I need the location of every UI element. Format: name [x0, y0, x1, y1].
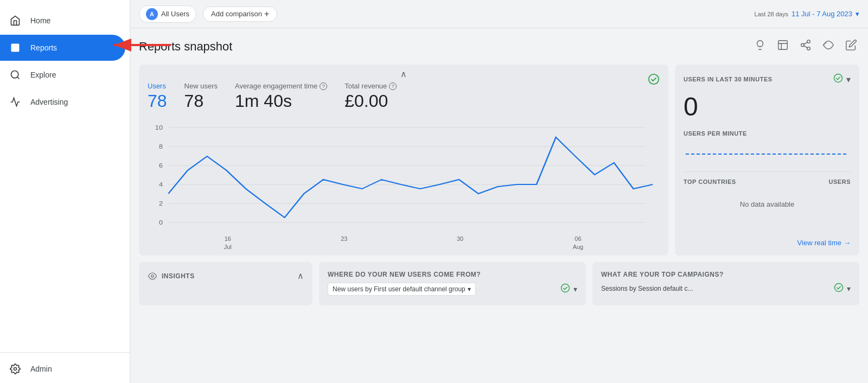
view-realtime-link[interactable]: View real time → [684, 239, 851, 247]
chart-label-16jul: 16Jul [224, 235, 232, 252]
svg-text:8: 8 [159, 144, 163, 149]
compare-icon[interactable] [820, 37, 837, 56]
page-header: Reports snapshot [139, 37, 859, 56]
sidebar-item-reports-label: Reports [30, 43, 57, 52]
sidebar-item-home-label: Home [30, 16, 50, 25]
campaigns-status-chevron[interactable]: ▾ [847, 284, 851, 293]
svg-text:4: 4 [159, 182, 163, 187]
svg-point-6 [807, 40, 810, 43]
new-users-metric: New users 78 [184, 82, 218, 111]
add-comparison-button[interactable]: Add comparison + [203, 7, 277, 22]
new-users-status: ▾ [560, 283, 577, 296]
chart-label-06aug: 06Aug [573, 235, 584, 252]
users-col-label: USERS [829, 178, 851, 185]
sidebar-item-advertising-label: Advertising [30, 98, 68, 106]
chart-label-23: 23 [341, 235, 347, 252]
lightbulb-icon[interactable] [752, 37, 768, 56]
sidebar-item-explore[interactable]: Explore [0, 62, 125, 88]
advertising-icon [9, 95, 22, 108]
top-countries-label: TOP COUNTRIES [684, 178, 736, 185]
realtime-divider [684, 171, 851, 172]
svg-text:0: 0 [159, 220, 163, 225]
avg-engagement-metric: Average engagement time ? 1m 40s [235, 82, 327, 111]
insights-label: Insights [162, 272, 195, 280]
svg-text:6: 6 [159, 163, 163, 168]
sidebar: Home Reports Explore Advertising [0, 0, 130, 383]
date-range-selector[interactable]: 11 Jul - 7 Aug 2023 ▾ [792, 10, 859, 18]
chart-x-labels: 16Jul 23 30 06Aug [148, 233, 660, 252]
date-range-label: Last 28 days [755, 11, 788, 17]
realtime-header: USERS IN LAST 30 MINUTES ▾ [684, 73, 851, 85]
new-users-metric-label: New users [184, 82, 218, 90]
sidebar-item-advertising[interactable]: Advertising [0, 89, 125, 115]
edit-icon[interactable] [843, 37, 859, 56]
line-chart: 10 8 6 4 2 0 [148, 122, 660, 231]
svg-point-26 [151, 275, 154, 277]
admin-gear-icon [9, 362, 22, 375]
sidebar-item-reports[interactable]: Reports [0, 35, 125, 61]
date-range-chevron: ▾ [856, 10, 859, 18]
new-users-check-icon [560, 283, 570, 296]
svg-point-7 [801, 43, 805, 47]
svg-line-3 [17, 77, 20, 79]
add-comparison-label: Add comparison [211, 10, 262, 18]
realtime-check-icon [833, 73, 843, 85]
new-users-dropdown[interactable]: New users by First user default channel … [328, 283, 476, 296]
add-comparison-icon: + [264, 9, 269, 19]
total-revenue-metric: Total revenue ? £0.00 [344, 82, 397, 111]
realtime-chart [684, 143, 851, 165]
dashboard-row: ∧ Users 78 New users [139, 65, 859, 256]
dropdown-chevron-icon: ▾ [468, 285, 471, 293]
realtime-title: USERS IN LAST 30 MINUTES [684, 76, 773, 82]
share-icon[interactable] [797, 37, 814, 56]
explore-icon [9, 68, 22, 81]
svg-text:10: 10 [155, 125, 163, 130]
content-area: Reports snapshot [130, 28, 868, 383]
total-revenue-info-icon[interactable]: ? [389, 82, 397, 90]
svg-point-2 [11, 71, 18, 78]
all-users-button[interactable]: A All Users [139, 5, 196, 23]
reports-icon [9, 41, 22, 54]
date-range-value: 11 Jul - 7 Aug 2023 [792, 10, 852, 18]
svg-line-10 [804, 42, 807, 44]
chart-area: 10 8 6 4 2 0 16Jul 23 30 06Aug [148, 122, 660, 247]
chart-label-30: 30 [457, 235, 463, 252]
sidebar-item-admin[interactable]: Admin [0, 356, 125, 382]
view-realtime-label: View real time [797, 239, 841, 247]
all-users-label: All Users [161, 10, 189, 18]
avg-engagement-info-icon[interactable]: ? [320, 82, 327, 90]
total-revenue-label: Total revenue ? [344, 82, 397, 90]
collapse-insights-button[interactable]: ∧ [297, 271, 304, 281]
users-metric-label: Users [148, 82, 167, 90]
chart-card: ∧ Users 78 New users [139, 65, 668, 256]
svg-rect-5 [778, 41, 788, 50]
view-realtime-arrow: → [844, 239, 851, 247]
new-users-section-header: WHERE DO YOUR NEW USERS COME FROM? [328, 271, 577, 278]
header-actions [752, 37, 859, 56]
users-metric-value: 78 [148, 91, 167, 111]
sessions-dropdown-label: Sessions by Session default c... [601, 285, 693, 292]
total-revenue-value: £0.00 [344, 91, 397, 111]
insights-chart-icon [148, 271, 157, 281]
no-data-message: No data available [684, 192, 851, 217]
avg-engagement-label: Average engagement time ? [235, 82, 327, 90]
collapse-chart-button[interactable]: ∧ [400, 69, 407, 79]
sidebar-bottom: Admin [0, 352, 130, 383]
customize-report-icon[interactable] [775, 37, 791, 56]
sidebar-item-home[interactable]: Home [0, 8, 125, 34]
top-bar-left: A All Users Add comparison + [139, 5, 277, 23]
realtime-card: USERS IN LAST 30 MINUTES ▾ 0 USERS PER M… [675, 65, 859, 256]
svg-point-28 [835, 284, 843, 292]
svg-point-27 [561, 284, 570, 292]
svg-text:2: 2 [159, 201, 163, 206]
top-campaigns-header: WHAT ARE YOUR TOP CAMPAIGNS? [601, 271, 851, 278]
realtime-chevron-icon[interactable]: ▾ [846, 74, 851, 85]
main-content: A All Users Add comparison + Last 28 day… [130, 0, 868, 383]
realtime-users-value: 0 [684, 92, 851, 122]
new-users-metric-value: 78 [184, 91, 218, 111]
insights-card: Insights ∧ [139, 262, 312, 305]
sidebar-item-explore-label: Explore [30, 71, 56, 79]
new-users-status-chevron[interactable]: ▾ [573, 285, 577, 293]
top-bar: A All Users Add comparison + Last 28 day… [130, 0, 868, 28]
users-metric: Users 78 [148, 82, 167, 111]
